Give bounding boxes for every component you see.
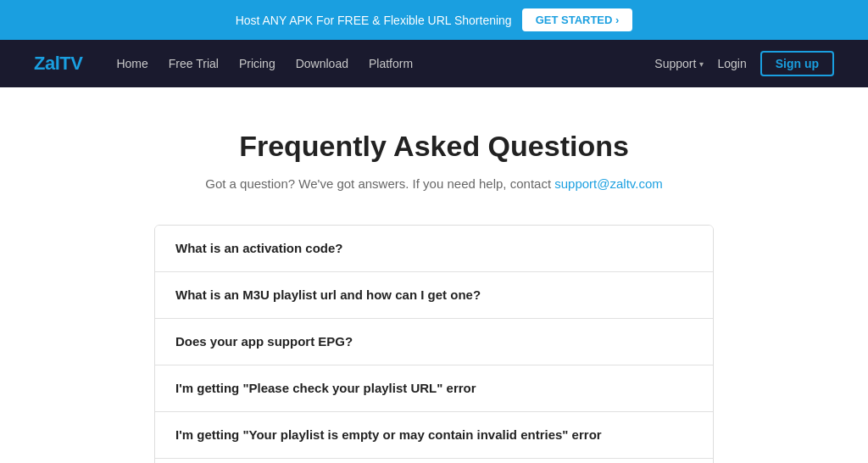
support-email[interactable]: support@zaltv.com	[554, 176, 663, 191]
faq-item[interactable]: I'm getting "Your playlist is empty or m…	[155, 412, 713, 459]
nav-signup-button[interactable]: Sign up	[760, 51, 834, 76]
chevron-down-icon: ▾	[699, 59, 704, 69]
nav-platform[interactable]: Platform	[369, 57, 413, 70]
faq-item[interactable]: What is an activation code?	[155, 226, 713, 272]
logo[interactable]: ZalTV	[34, 53, 82, 75]
top-banner: Host ANY APK For FREE & Flexible URL Sho…	[0, 0, 868, 40]
nav-right: Support ▾ Login Sign up	[654, 51, 834, 76]
nav-home[interactable]: Home	[116, 57, 147, 70]
nav-pricing[interactable]: Pricing	[239, 57, 275, 70]
nav-login[interactable]: Login	[717, 57, 746, 70]
faq-question: Does your app support EPG?	[175, 334, 353, 349]
banner-text: Host ANY APK For FREE & Flexible URL Sho…	[236, 14, 512, 27]
nav-free-trial[interactable]: Free Trial	[169, 57, 219, 70]
page-title: Frequently Asked Questions	[154, 130, 714, 163]
main-content: Frequently Asked Questions Got a questio…	[137, 87, 731, 463]
faq-question: I'm getting "Please check your playlist …	[175, 381, 476, 395]
faq-list: What is an activation code?What is an M3…	[154, 225, 714, 463]
faq-item[interactable]: Do you sell IPTV content?	[155, 459, 713, 463]
page-subtitle: Got a question? We've got answers. If yo…	[154, 176, 714, 191]
faq-question: I'm getting "Your playlist is empty or m…	[175, 427, 602, 442]
support-label: Support	[654, 57, 696, 70]
get-started-button[interactable]: GET STARTED ›	[522, 8, 633, 31]
faq-question: What is an activation code?	[175, 241, 343, 255]
faq-question: What is an M3U playlist url and how can …	[175, 287, 481, 302]
logo-text: ZalTV	[34, 53, 82, 74]
faq-item[interactable]: What is an M3U playlist url and how can …	[155, 272, 713, 319]
subtitle-text: Got a question? We've got answers. If yo…	[205, 176, 554, 191]
nav-download[interactable]: Download	[296, 57, 348, 70]
nav-support[interactable]: Support ▾	[654, 57, 704, 70]
faq-item[interactable]: I'm getting "Please check your playlist …	[155, 365, 713, 412]
faq-item[interactable]: Does your app support EPG?	[155, 319, 713, 365]
nav-links: Home Free Trial Pricing Download Platfor…	[116, 57, 654, 70]
navbar: ZalTV Home Free Trial Pricing Download P…	[0, 40, 868, 87]
